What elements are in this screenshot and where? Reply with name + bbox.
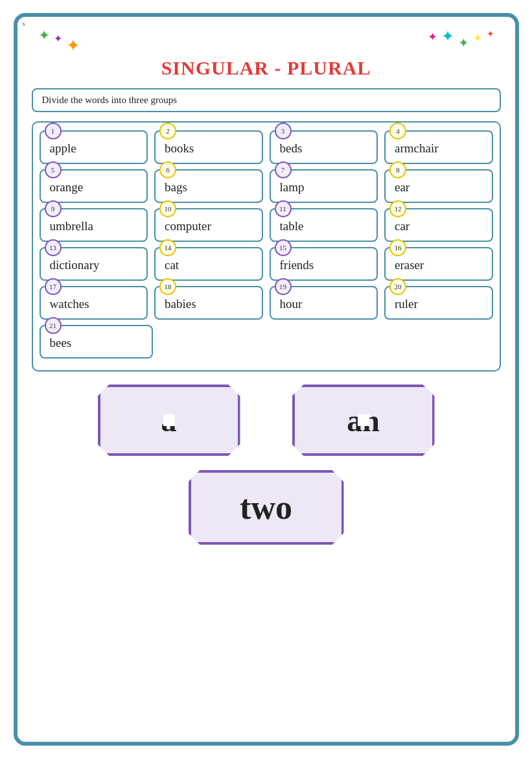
star-red-icon: ✦ (487, 30, 494, 39)
word-12: car (395, 219, 410, 233)
num-badge-10: 10 (159, 200, 176, 217)
word-17: watches (50, 297, 89, 311)
group-box-a: a (98, 385, 240, 456)
star-yellow-icon: ✦ (473, 32, 483, 44)
num-badge-5: 5 (45, 161, 62, 178)
word-5: orange (50, 180, 84, 195)
word-6: bags (165, 180, 187, 195)
word-cell-21: 21 bees (40, 325, 153, 359)
groups-row-top: a an (98, 385, 435, 456)
word-cell-13: 13 dictionary (40, 247, 148, 281)
num-badge-19: 19 (275, 278, 292, 295)
word-13: dictionary (50, 258, 100, 272)
small-label: s (23, 19, 25, 27)
num-badge-3: 3 (275, 123, 292, 139)
num-badge-1: 1 (45, 123, 62, 139)
star-orange-icon: ✦ (66, 38, 80, 54)
word-cell-12: 12 car (384, 208, 493, 242)
words-row-3: 9 umbrella 10 computer 11 table 12 car (40, 208, 493, 242)
page-title: SINGULAR - PLURAL (32, 57, 501, 79)
word-cell-5: 5 orange (40, 169, 148, 203)
words-row-6: 21 bees (40, 325, 493, 359)
num-badge-7: 7 (275, 161, 292, 178)
word-21: bees (50, 336, 72, 350)
word-cell-11: 11 table (270, 208, 378, 242)
num-badge-11: 11 (275, 200, 292, 217)
word-cell-1: 1 apple (40, 130, 148, 164)
stars-area: ✦ ✦ ✦ ✦ ✦ ✦ ✦ ✦ (32, 29, 501, 54)
word-cell-9: 9 umbrella (40, 208, 148, 242)
group-label-a: a (161, 403, 177, 438)
words-row-2: 5 orange 6 bags 7 lamp 8 ear (40, 169, 493, 203)
group-label-two: two (240, 488, 292, 527)
num-badge-4: 4 (389, 123, 406, 139)
num-badge-9: 9 (45, 200, 62, 217)
star-green-icon: ✦ (38, 29, 50, 43)
word-cell-7: 7 lamp (270, 169, 378, 203)
word-14: cat (165, 258, 179, 272)
words-grid: 1 apple 2 books 3 beds 4 armchair 5 oran… (32, 121, 501, 372)
word-3: beds (280, 141, 303, 156)
group-label-an: an (347, 403, 380, 438)
star-purple-icon: ✦ (54, 34, 62, 44)
groups-area: a an two (32, 385, 501, 545)
word-cell-14: 14 cat (154, 247, 263, 281)
word-cell-8: 8 ear (384, 169, 493, 203)
num-badge-13: 13 (45, 239, 62, 256)
word-19: hour (280, 297, 303, 311)
word-cell-4: 4 armchair (384, 130, 493, 164)
star-teal-icon: ✦ (441, 29, 454, 44)
word-cell-10: 10 computer (154, 208, 263, 242)
word-18: babies (165, 297, 196, 311)
num-badge-21: 21 (45, 317, 62, 334)
num-badge-2: 2 (159, 123, 176, 139)
star-pink-icon: ✦ (428, 31, 437, 43)
word-cell-6: 6 bags (154, 169, 263, 203)
word-16: eraser (395, 258, 424, 272)
word-8: ear (395, 180, 410, 195)
num-badge-20: 20 (389, 278, 406, 295)
stars-left: ✦ ✦ ✦ (38, 29, 80, 54)
num-badge-15: 15 (275, 239, 292, 256)
words-row-4: 13 dictionary 14 cat 15 friends 16 erase… (40, 247, 493, 281)
group-box-two: two (189, 470, 344, 545)
num-badge-12: 12 (389, 200, 406, 217)
word-cell-20: 20 ruler (384, 286, 493, 320)
stars-right: ✦ ✦ ✦ ✦ ✦ (428, 29, 494, 49)
word-cell-15: 15 friends (270, 247, 378, 281)
num-badge-18: 18 (159, 278, 176, 295)
word-cell-18: 18 babies (154, 286, 263, 320)
word-11: table (280, 219, 304, 233)
word-cell-17: 17 watches (40, 286, 148, 320)
words-row-1: 1 apple 2 books 3 beds 4 armchair (40, 130, 493, 164)
word-1: apple (50, 141, 76, 156)
word-cell-3: 3 beds (270, 130, 378, 164)
worksheet-page: s ✦ ✦ ✦ ✦ ✦ ✦ ✦ ✦ SINGULAR - PLURAL Divi… (14, 13, 519, 746)
words-row-5: 17 watches 18 babies 19 hour 20 ruler (40, 286, 493, 320)
word-cell-19: 19 hour (270, 286, 378, 320)
word-10: computer (165, 219, 211, 233)
word-7: lamp (280, 180, 305, 195)
word-cell-2: 2 books (154, 130, 263, 164)
word-4: armchair (395, 141, 439, 156)
star-green2-icon: ✦ (458, 36, 469, 49)
num-badge-14: 14 (159, 239, 176, 256)
num-badge-6: 6 (159, 161, 176, 178)
word-20: ruler (395, 297, 418, 311)
num-badge-8: 8 (389, 161, 406, 178)
num-badge-17: 17 (45, 278, 62, 295)
num-badge-16: 16 (389, 239, 406, 256)
instruction-box: Divide the words into three groups (32, 88, 501, 112)
word-9: umbrella (50, 219, 94, 233)
word-15: friends (280, 258, 314, 272)
group-box-an: an (292, 385, 435, 456)
word-cell-16: 16 eraser (384, 247, 493, 281)
word-2: books (165, 141, 194, 156)
